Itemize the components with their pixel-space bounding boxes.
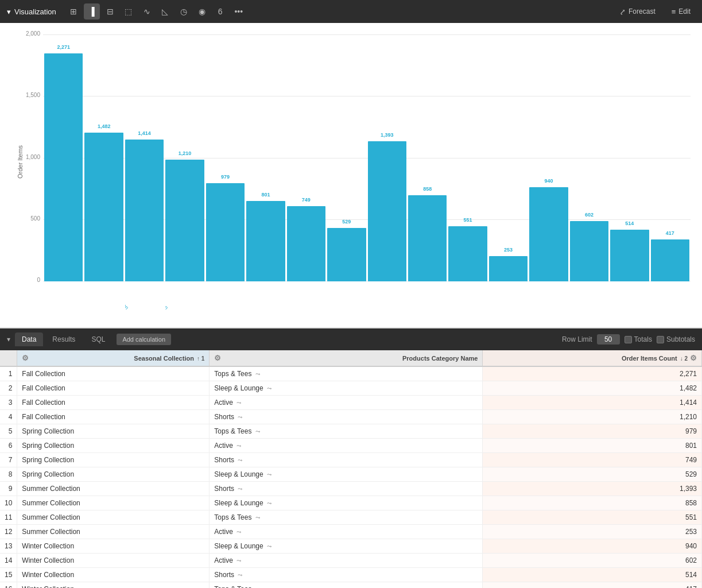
settings-icon-seasonal[interactable]: ⚙	[22, 354, 29, 362]
bar-group[interactable]: 940	[529, 40, 568, 281]
row-number: 7	[0, 453, 17, 467]
trend-icon: ⤳	[267, 471, 272, 478]
bar: 551	[448, 226, 487, 281]
area-chart-btn[interactable]: ◺	[157, 3, 173, 20]
timeline-btn[interactable]: ◷	[176, 3, 192, 20]
tab-data[interactable]: Data	[15, 332, 43, 346]
seasonal-cell: Spring Collection	[17, 467, 210, 482]
count-cell: 1,414	[483, 396, 702, 410]
x-axis-label: Spring Collection - Shorts ↗	[287, 284, 307, 310]
seasonal-cell: Winter Collection	[17, 568, 210, 582]
grid-view-btn[interactable]: ⊟	[102, 3, 118, 20]
table-row[interactable]: 2Fall CollectionSleep & Lounge ⤳1,482	[0, 381, 702, 396]
row-number: 4	[0, 410, 17, 424]
row-number: 16	[0, 582, 17, 589]
subtotals-checkbox-label[interactable]: Subtotals	[657, 335, 695, 343]
table-row[interactable]: 10Summer CollectionSleep & Lounge ⤳858	[0, 496, 702, 510]
bar-group[interactable]: 2,271	[44, 40, 83, 281]
table-row[interactable]: 13Winter CollectionSleep & Lounge ⤳940	[0, 539, 702, 554]
x-label-item: Winter Collection - Active ↗	[570, 281, 608, 310]
table-row[interactable]: 4Fall CollectionShorts ⤳1,210	[0, 410, 702, 424]
count-header[interactable]: Order Items Count ↓ 2 ⚙	[483, 350, 702, 366]
x-label-item: Fall Collection - Shorts ↗	[165, 281, 204, 310]
grid-label: 0	[17, 277, 40, 283]
count-cell: 801	[483, 439, 702, 453]
x-axis-label: Summer Collection - Active ↗	[489, 284, 508, 310]
scatter-btn[interactable]: ⬚	[121, 3, 137, 20]
table-row[interactable]: 11Summer CollectionTops & Tees ⤳551	[0, 510, 702, 525]
bar-value-label: 514	[625, 220, 634, 226]
bar-group[interactable]: 1,210	[165, 40, 204, 281]
bar: 1,414	[125, 140, 164, 281]
bar-group[interactable]: 1,414	[125, 40, 164, 281]
single-value-btn[interactable]: 6	[212, 3, 228, 20]
bar-group[interactable]: 1,393	[368, 40, 406, 281]
table-row[interactable]: 15Winter CollectionShorts ⤳514	[0, 568, 702, 582]
bar-group[interactable]: 858	[408, 40, 447, 281]
table-row[interactable]: 5Spring CollectionTops & Tees ⤳979	[0, 424, 702, 439]
seasonal-cell: Spring Collection	[17, 439, 210, 453]
table-row[interactable]: 12Summer CollectionActive ⤳253	[0, 525, 702, 539]
table-row[interactable]: 7Spring CollectionShorts ⤳749	[0, 453, 702, 467]
table-row[interactable]: 3Fall CollectionActive ⤳1,414	[0, 396, 702, 410]
trend-icon: ⤳	[238, 457, 242, 463]
bar-group[interactable]: 602	[570, 40, 608, 281]
tab-sql[interactable]: SQL	[84, 332, 112, 346]
table-row[interactable]: 9Summer CollectionShorts ⤳1,393	[0, 482, 702, 496]
table-scroll[interactable]: ⚙ Seasonal Collection ↑ 1 ⚙ Products Cat…	[0, 350, 702, 588]
bar-group[interactable]: 1,482	[84, 40, 123, 281]
map-btn[interactable]: ◉	[194, 3, 210, 20]
seasonal-cell: Summer Collection	[17, 482, 210, 496]
data-panel-chevron[interactable]: ▾	[7, 335, 10, 343]
bar-group[interactable]: 514	[610, 40, 649, 281]
tab-results[interactable]: Results	[45, 332, 82, 346]
row-limit-input[interactable]	[597, 334, 620, 345]
table-view-btn[interactable]: ⊞	[65, 3, 82, 20]
row-limit-label: Row Limit	[562, 335, 592, 343]
trend-icon: ⤳	[236, 558, 241, 564]
trend-icon: ⤳	[238, 414, 242, 420]
edit-button[interactable]: ≡ Edit	[667, 5, 695, 18]
table-row[interactable]: 16Winter CollectionTops & Tees ⤳417	[0, 582, 702, 589]
count-cell: 551	[483, 510, 702, 525]
totals-checkbox-label[interactable]: Totals	[625, 335, 652, 343]
subtotals-checkbox[interactable]	[657, 336, 664, 343]
bar-group[interactable]: 417	[651, 40, 689, 281]
x-label-item: Fall Collection - Sleep & Lounge ↗	[84, 281, 123, 310]
chart-inner: 2,0001,5001,0005000 2,2711,4821,4141,210…	[43, 34, 691, 310]
chevron-down-icon[interactable]: ▾	[7, 7, 11, 16]
category-cell: Shorts ⤳	[210, 568, 483, 582]
sort-icon-count: ↓ 2	[680, 355, 688, 362]
grid-label: 500	[17, 215, 40, 222]
x-axis-label: Winter Collection - Active ↗	[570, 284, 590, 310]
table-row[interactable]: 14Winter CollectionActive ⤳602	[0, 554, 702, 568]
count-header-label: Order Items Count ↓ 2	[622, 355, 688, 362]
count-cell: 749	[483, 453, 702, 467]
totals-checkbox[interactable]	[625, 336, 632, 343]
row-num-header	[0, 350, 17, 366]
category-header[interactable]: ⚙ Products Category Name	[210, 350, 483, 366]
line-chart-btn[interactable]: ∿	[139, 3, 155, 20]
table-row[interactable]: 8Spring CollectionSleep & Lounge ⤳529	[0, 467, 702, 482]
bar-group[interactable]: 529	[327, 40, 366, 281]
settings-icon-category[interactable]: ⚙	[214, 354, 221, 362]
forecast-button[interactable]: ⤤ Forecast	[615, 5, 660, 18]
seasonal-cell: Fall Collection	[17, 410, 210, 424]
row-number: 14	[0, 554, 17, 568]
bar-group[interactable]: 979	[206, 40, 245, 281]
settings-icon-count[interactable]: ⚙	[690, 354, 697, 362]
bar-chart-btn[interactable]: ▐	[84, 3, 100, 20]
table-row[interactable]: 1Fall CollectionTops & Tees ⤳2,271	[0, 366, 702, 381]
more-btn[interactable]: •••	[231, 3, 247, 20]
bar-group[interactable]: 801	[246, 40, 285, 281]
bar-group[interactable]: 253	[489, 40, 528, 281]
trend-icon: ⤳	[238, 486, 242, 492]
table-row[interactable]: 6Spring CollectionActive ⤳801	[0, 439, 702, 453]
bar-group[interactable]: 749	[287, 40, 325, 281]
bar-value-label: 1,210	[179, 150, 192, 156]
bar-group[interactable]: 551	[448, 40, 487, 281]
seasonal-collection-header[interactable]: ⚙ Seasonal Collection ↑ 1	[17, 350, 210, 366]
grid-label: 1,000	[17, 154, 40, 160]
category-header-label: Products Category Name	[402, 355, 478, 362]
add-calculation-button[interactable]: Add calculation	[117, 334, 171, 345]
